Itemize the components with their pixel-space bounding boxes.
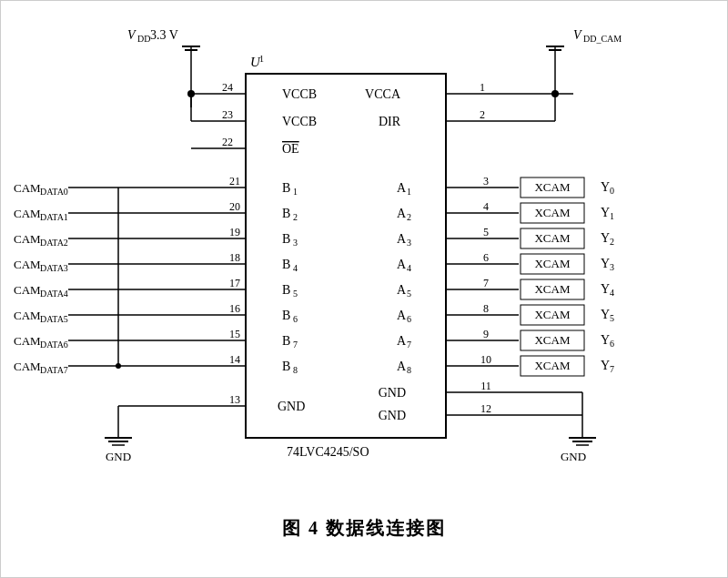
y7-sub: 7 xyxy=(610,364,614,374)
xcam0: XCAM xyxy=(534,180,570,194)
y3-sub: 3 xyxy=(610,262,614,272)
vdd-sub: DD xyxy=(137,34,150,44)
y0-sub: 0 xyxy=(610,186,614,196)
pin4-label: A xyxy=(397,207,407,220)
pin8-sub: 6 xyxy=(407,314,411,324)
pin6-num: 6 xyxy=(483,251,489,264)
u1-subscript: 1 xyxy=(259,54,264,64)
cam-data3-sub: DATA3 xyxy=(40,263,68,273)
pin23-label: VCCB xyxy=(282,115,317,128)
vdd-val: 3.3 V xyxy=(150,28,178,42)
pin6-label: A xyxy=(397,258,407,271)
pin3-sub: 1 xyxy=(407,187,411,197)
pin22-num: 22 xyxy=(222,136,233,148)
y4-sub: 4 xyxy=(610,288,614,298)
pin21-label: B xyxy=(282,181,290,195)
pin7-num: 7 xyxy=(483,277,489,289)
pin7-label: A xyxy=(397,283,407,297)
pin3-num: 3 xyxy=(483,175,489,188)
xcam6: XCAM xyxy=(534,333,570,347)
pin4-sub: 2 xyxy=(407,212,411,222)
pin15-num: 15 xyxy=(229,328,240,340)
pin9-sub: 7 xyxy=(407,340,411,350)
pin21-sub: 1 xyxy=(293,187,298,197)
cam-data1: CAM xyxy=(14,207,41,220)
y0-label: Y xyxy=(601,180,610,194)
y2-sub: 2 xyxy=(610,237,614,247)
pin9-label: A xyxy=(397,334,407,348)
pin5-sub: 3 xyxy=(407,238,411,248)
pin16-label: B xyxy=(282,309,290,322)
pin16-sub: 6 xyxy=(293,314,298,324)
pin14-label: B xyxy=(282,360,290,373)
xcam4: XCAM xyxy=(534,282,570,296)
cam-data2-sub: DATA2 xyxy=(40,238,68,248)
cam-data4-sub: DATA4 xyxy=(40,289,68,299)
cam-data0: CAM xyxy=(14,181,41,195)
cam-data7: CAM xyxy=(14,360,41,373)
pin2-label: DIR xyxy=(379,115,401,128)
pin18-sub: 4 xyxy=(293,263,298,273)
pin11-num: 11 xyxy=(480,380,491,392)
pin5-num: 5 xyxy=(483,226,489,238)
pin13-label: GND xyxy=(278,400,305,413)
vdd-label: V xyxy=(127,28,136,42)
pin12-label: GND xyxy=(379,409,406,422)
pin10-num: 10 xyxy=(480,353,491,366)
pin9-num: 9 xyxy=(483,328,489,340)
pin24-label: VCCB xyxy=(282,87,317,101)
pin22-label: OE xyxy=(282,142,299,156)
pin5-label: A xyxy=(397,232,407,246)
cam-data7-sub: DATA7 xyxy=(40,365,68,375)
caption: 图 4 数据线连接图 xyxy=(282,516,446,541)
vdd-cam-sub: DD_CAM xyxy=(583,34,622,44)
pin15-label: B xyxy=(282,334,290,348)
pin4-num: 4 xyxy=(483,200,489,213)
pin14-sub: 8 xyxy=(293,365,298,375)
pin19-num: 19 xyxy=(229,226,240,238)
cam-data1-sub: DATA1 xyxy=(40,212,68,222)
ic-name: 74LVC4245/SO xyxy=(287,445,369,459)
pin18-num: 18 xyxy=(229,251,240,264)
y6-label: Y xyxy=(601,333,610,347)
y5-sub: 5 xyxy=(610,313,614,323)
y3-label: Y xyxy=(601,257,610,270)
cam-data5-sub: DATA5 xyxy=(40,314,68,324)
pin13-num: 13 xyxy=(229,393,240,406)
svg-rect-0 xyxy=(246,74,446,438)
xcam5: XCAM xyxy=(534,308,570,321)
cam-data3: CAM xyxy=(14,258,41,271)
cam-data6: CAM xyxy=(14,334,41,348)
pin2-num: 2 xyxy=(480,108,485,121)
y7-label: Y xyxy=(601,359,610,372)
pin17-num: 17 xyxy=(229,277,240,289)
pin24-num: 24 xyxy=(222,81,233,94)
xcam3: XCAM xyxy=(534,257,570,270)
pin11-label: GND xyxy=(379,386,406,400)
y1-sub: 1 xyxy=(610,211,614,221)
pin19-label: B xyxy=(282,232,290,246)
pin17-label: B xyxy=(282,283,290,297)
pin20-sub: 2 xyxy=(293,212,298,222)
cam-data4: CAM xyxy=(14,283,41,297)
xcam7: XCAM xyxy=(534,359,570,372)
pin17-sub: 5 xyxy=(293,289,298,299)
pin7-sub: 5 xyxy=(407,289,411,299)
y1-label: Y xyxy=(601,206,610,219)
pin3-label: A xyxy=(397,181,407,195)
pin6-sub: 4 xyxy=(407,263,411,273)
schematic-svg: U 1 74LVC4245/SO 24 VCCB 2 xyxy=(9,19,719,511)
cam-data5: CAM xyxy=(14,309,41,322)
pin1-label: VCCA xyxy=(365,87,401,101)
pin16-num: 16 xyxy=(229,302,240,315)
diagram-area: U 1 74LVC4245/SO 24 VCCB 2 xyxy=(9,19,719,511)
pin12-num: 12 xyxy=(480,402,491,415)
cam-data6-sub: DATA6 xyxy=(40,340,68,350)
pin23-num: 23 xyxy=(222,108,233,121)
pin15-sub: 7 xyxy=(293,340,298,350)
pin20-label: B xyxy=(282,207,290,220)
gnd-right: GND xyxy=(561,450,586,463)
page-container: U 1 74LVC4245/SO 24 VCCB 2 xyxy=(0,0,728,578)
pin10-sub: 8 xyxy=(407,365,411,375)
y5-label: Y xyxy=(601,308,610,321)
